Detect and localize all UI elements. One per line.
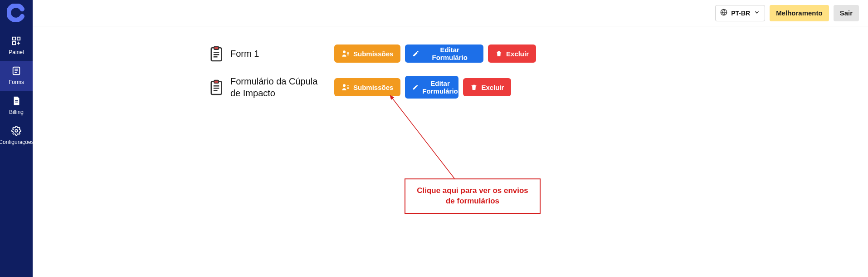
svg-rect-15: [214, 47, 219, 49]
pencil-icon: [412, 84, 419, 90]
logout-button[interactable]: Sair: [834, 5, 859, 21]
svg-rect-1: [17, 37, 20, 40]
forms-icon: [11, 65, 21, 76]
submissions-button[interactable]: Submissões: [334, 78, 400, 96]
user-list-icon: [341, 83, 350, 91]
form-name: Formulário da Cúpula de Impacto: [230, 75, 328, 99]
submissions-button[interactable]: Submissões: [334, 45, 400, 63]
clipboard-icon: [210, 45, 224, 62]
svg-point-11: [15, 129, 18, 132]
svg-point-19: [343, 50, 346, 53]
form-row: Formulário da Cúpula de Impacto: [210, 75, 536, 99]
sidebar-item-label: Painel: [9, 49, 24, 55]
main-area: PT-BR Melhoramento Sair: [33, 0, 868, 277]
pencil-icon: [412, 50, 419, 57]
upgrade-button[interactable]: Melhoramento: [770, 5, 829, 21]
delete-label: Excluir: [481, 84, 504, 91]
language-label: PT-BR: [731, 10, 750, 17]
content-area: Form 1 Submissões: [33, 26, 868, 277]
upgrade-label: Melhoramento: [776, 9, 823, 17]
clipboard-icon: [210, 79, 224, 96]
sidebar-item-painel[interactable]: Painel: [0, 31, 33, 61]
trash-icon: [495, 50, 502, 57]
logo-c-icon: [7, 4, 25, 22]
sidebar-item-billing[interactable]: Billing: [0, 91, 33, 121]
sidebar: Painel Forms Billing: [0, 0, 33, 277]
annotation-arrow: [386, 92, 468, 183]
logout-label: Sair: [840, 9, 853, 17]
svg-point-28: [343, 84, 346, 87]
app-root: Painel Forms Billing: [0, 0, 868, 277]
edit-form-button[interactable]: Editar Formulário: [405, 45, 483, 63]
user-list-icon: [341, 49, 350, 58]
svg-rect-10: [15, 102, 18, 103]
sidebar-item-label: Forms: [9, 79, 24, 85]
svg-rect-24: [214, 80, 219, 83]
topbar: PT-BR Melhoramento Sair: [33, 0, 868, 26]
billing-icon: [11, 95, 21, 106]
svg-rect-9: [15, 100, 18, 101]
sidebar-item-label: Configurações: [0, 139, 34, 145]
svg-rect-2: [13, 42, 15, 45]
callout-text: Clique aqui para ver os envios de formul…: [417, 186, 528, 205]
delete-form-button[interactable]: Excluir: [488, 45, 536, 63]
annotation-callout: Clique aqui para ver os envios de formul…: [405, 178, 541, 214]
svg-rect-0: [13, 37, 15, 40]
sidebar-item-forms[interactable]: Forms: [0, 61, 33, 91]
trash-icon: [470, 84, 478, 91]
sidebar-item-label: Billing: [9, 109, 24, 115]
submissions-label: Submissões: [353, 84, 393, 91]
submissions-label: Submissões: [353, 50, 393, 58]
forms-list: Form 1 Submissões: [210, 45, 536, 99]
globe-icon: [720, 9, 727, 17]
edit-label: Editar Formulário: [422, 79, 458, 95]
dashboard-icon: [11, 35, 21, 46]
svg-line-32: [392, 98, 454, 178]
form-actions: Submissões Editar Formulário: [334, 45, 536, 63]
app-logo: [6, 3, 26, 23]
delete-label: Excluir: [506, 50, 529, 58]
form-row: Form 1 Submissões: [210, 45, 536, 63]
edit-form-button[interactable]: Editar Formulário: [405, 76, 458, 99]
chevron-down-icon: [754, 9, 760, 17]
form-actions: Submissões Editar Formulário: [334, 76, 536, 99]
sidebar-item-configuracoes[interactable]: Configurações: [0, 121, 33, 151]
gear-icon: [11, 125, 21, 136]
edit-label: Editar Formulário: [423, 46, 476, 61]
form-name: Form 1: [230, 48, 328, 59]
language-selector[interactable]: PT-BR: [715, 5, 765, 21]
delete-form-button[interactable]: Excluir: [463, 78, 511, 96]
